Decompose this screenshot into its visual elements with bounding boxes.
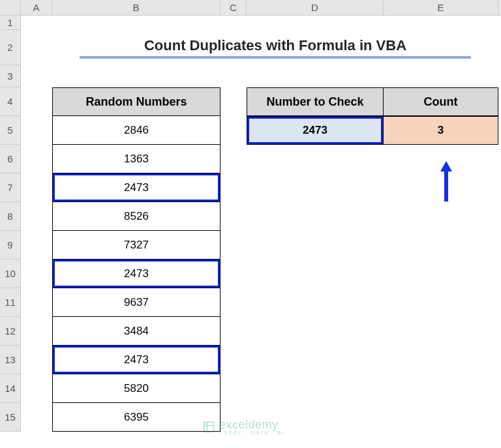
cell-B11[interactable]: 9637	[52, 288, 220, 317]
row-header-3[interactable]: 3	[0, 65, 21, 87]
cell-C14[interactable]	[220, 374, 247, 403]
select-all-corner[interactable]	[0, 0, 21, 15]
cell-A4[interactable]	[21, 87, 52, 116]
cell-C1[interactable]	[220, 16, 247, 30]
row-header-13[interactable]: 13	[0, 346, 21, 374]
cell-A11[interactable]	[21, 288, 52, 317]
cell-E1[interactable]	[384, 16, 498, 30]
cell-D6[interactable]	[247, 145, 384, 173]
header-number-to-check[interactable]: Number to Check	[247, 87, 384, 116]
cell-A10[interactable]	[21, 260, 52, 288]
cell-B8[interactable]: 8526	[52, 202, 220, 231]
row-header-15[interactable]: 15	[0, 403, 21, 432]
row-header-14[interactable]: 14	[0, 374, 21, 403]
cell-A14[interactable]	[21, 374, 52, 403]
cell-C9[interactable]	[220, 231, 247, 260]
cell-C3[interactable]	[220, 65, 247, 87]
row-header-8[interactable]: 8	[0, 202, 21, 231]
cell-B13[interactable]: 2473	[52, 346, 220, 374]
cell-D11[interactable]	[247, 288, 384, 317]
cell-E3[interactable]	[384, 65, 498, 87]
row-header-1[interactable]: 1	[0, 16, 21, 30]
cell-number-to-check[interactable]: 2473	[247, 116, 384, 145]
cell-A12[interactable]	[21, 317, 52, 346]
cell-D14[interactable]	[247, 374, 384, 403]
cell-C15[interactable]	[220, 403, 247, 432]
cell-D8[interactable]	[247, 202, 384, 231]
cell-C13[interactable]	[220, 346, 247, 374]
cell-count-result[interactable]: 3	[384, 116, 498, 145]
cell-D10[interactable]	[247, 260, 384, 288]
cell-B1[interactable]	[52, 16, 220, 30]
row-header-7[interactable]: 7	[0, 173, 21, 202]
cell-C10[interactable]	[220, 260, 247, 288]
row-header-2[interactable]: 2	[0, 30, 21, 65]
col-header-C[interactable]: C	[220, 0, 247, 15]
cell-D15[interactable]	[247, 403, 384, 432]
cell-D9[interactable]	[247, 231, 384, 260]
cell-D3[interactable]	[247, 65, 384, 87]
header-count[interactable]: Count	[384, 87, 498, 116]
cell-B3[interactable]	[52, 65, 220, 87]
cell-B9[interactable]: 7327	[52, 231, 220, 260]
row-header-12[interactable]: 12	[0, 317, 21, 346]
cell-C7[interactable]	[220, 173, 247, 202]
cell-B14[interactable]: 5820	[52, 374, 220, 403]
cell-E12[interactable]	[384, 317, 498, 346]
cell-D7[interactable]	[247, 173, 384, 202]
worksheet: A B C D E 1 2 Count Duplicates with Form…	[0, 0, 501, 432]
cell-A2[interactable]	[21, 30, 52, 65]
col-header-A[interactable]: A	[21, 0, 52, 15]
cell-D1[interactable]	[247, 16, 384, 30]
col-header-B[interactable]: B	[52, 0, 220, 15]
header-random-numbers[interactable]: Random Numbers	[52, 87, 220, 116]
cell-E6[interactable]	[384, 145, 498, 173]
title-merged-cell[interactable]: Count Duplicates with Formula in VBA	[52, 30, 498, 65]
cell-A3[interactable]	[21, 65, 52, 87]
cell-E10[interactable]	[384, 260, 498, 288]
cell-C5[interactable]	[220, 116, 247, 145]
row-header-6[interactable]: 6	[0, 145, 21, 173]
cell-E9[interactable]	[384, 231, 498, 260]
cell-E11[interactable]	[384, 288, 498, 317]
col-header-D[interactable]: D	[247, 0, 384, 15]
cell-E13[interactable]	[384, 346, 498, 374]
cell-C8[interactable]	[220, 202, 247, 231]
cell-A9[interactable]	[21, 231, 52, 260]
cell-B12[interactable]: 3484	[52, 317, 220, 346]
page-title: Count Duplicates with Formula in VBA	[144, 37, 406, 56]
row-header-5[interactable]: 5	[0, 116, 21, 145]
cell-D13[interactable]	[247, 346, 384, 374]
cell-A8[interactable]	[21, 202, 52, 231]
cell-C11[interactable]	[220, 288, 247, 317]
cell-B6[interactable]: 1363	[52, 145, 220, 173]
cell-A7[interactable]	[21, 173, 52, 202]
cell-A5[interactable]	[21, 116, 52, 145]
cell-C6[interactable]	[220, 145, 247, 173]
cell-C4[interactable]	[220, 87, 247, 116]
cell-A1[interactable]	[21, 16, 52, 30]
row-header-4[interactable]: 4	[0, 87, 21, 116]
cell-C12[interactable]	[220, 317, 247, 346]
row-header-9[interactable]: 9	[0, 231, 21, 260]
cell-E15[interactable]	[384, 403, 498, 432]
cell-B10[interactable]: 2473	[52, 260, 220, 288]
cell-B15[interactable]: 6395	[52, 403, 220, 432]
col-header-E[interactable]: E	[384, 0, 498, 15]
cell-A15[interactable]	[21, 403, 52, 432]
cell-B7[interactable]: 2473	[52, 173, 220, 202]
cell-A6[interactable]	[21, 145, 52, 173]
cell-E14[interactable]	[384, 374, 498, 403]
row-header-10[interactable]: 10	[0, 260, 21, 288]
cell-B5[interactable]: 2846	[52, 116, 220, 145]
column-headers-row: A B C D E	[0, 0, 501, 16]
cell-E8[interactable]	[384, 202, 498, 231]
row-header-11[interactable]: 11	[0, 288, 21, 317]
cell-D12[interactable]	[247, 317, 384, 346]
cell-A13[interactable]	[21, 346, 52, 374]
title-underline	[80, 56, 471, 59]
cell-E7[interactable]	[384, 173, 498, 202]
